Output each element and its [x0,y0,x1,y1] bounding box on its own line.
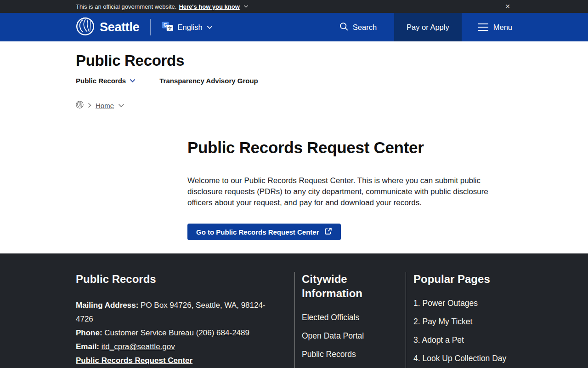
citywide-link-public-records[interactable]: Public Records [302,350,399,359]
cta-label: Go to Public Records Request Center [196,228,319,236]
chevron-down-icon [243,5,249,8]
chevron-right-icon [88,103,91,108]
popular-link-look-up-collection-day[interactable]: 4. Look Up Collection Day [413,354,512,363]
pay-or-apply-button[interactable]: Pay or Apply [394,13,462,41]
site-footer: Public Records Mailing Address: PO Box 9… [0,253,588,368]
footer-popular-pages-column: Popular Pages 1. Power Outages 2. Pay My… [406,272,512,368]
section-nav: Public Records Transparency Advisory Gro… [76,77,512,89]
chevron-down-icon [118,104,124,108]
external-link-icon [324,227,332,236]
gov-banner: This is an official government website. … [0,0,588,13]
footer-contact-block: Mailing Address: PO Box 94726, Seattle, … [76,299,276,368]
translate-icon: G 文 [162,22,173,33]
breadcrumb-home-link[interactable]: Home [96,102,114,109]
seattle-logo [76,17,95,38]
gov-banner-text: This is an official government website. … [76,3,249,10]
search-icon [339,22,349,33]
mailing-address-line: Mailing Address: PO Box 94726, Seattle, … [76,299,276,326]
brand-wordmark: Seattle [100,20,139,34]
phone-link[interactable]: (206) 684-2489 [196,328,249,337]
main-content: Public Records Request Center Welcome to… [0,138,588,253]
hamburger-icon [478,23,488,31]
banner-close-button[interactable]: ✕ [503,3,512,10]
main-heading: Public Records Request Center [187,138,512,158]
search-button[interactable]: Search [339,22,377,33]
page-title: Public Records [76,52,512,70]
site-header: Seattle G 文 English Search Pay or [0,13,588,41]
page-head: Public Records Public Records Transparen… [0,52,588,89]
email-link[interactable]: itd_cpra@seattle.gov [102,342,175,351]
footer-column-heading: Popular Pages [413,272,512,286]
search-label: Search [353,23,377,32]
language-selector[interactable]: G 文 English [162,22,212,33]
svg-text:文: 文 [168,25,172,30]
citywide-link-open-data-portal[interactable]: Open Data Portal [302,331,399,341]
nav-item-transparency-advisory-group[interactable]: Transparency Advisory Group [159,77,258,85]
footer-public-records-column: Public Records Mailing Address: PO Box 9… [76,272,294,368]
citywide-link-elected-officials[interactable]: Elected Officials [302,313,399,322]
chevron-down-icon [130,79,136,83]
nav-item-label: Public Records [76,77,126,85]
menu-button[interactable]: Menu [478,23,512,32]
email-line: Email: itd_cpra@seattle.gov [76,340,276,354]
popular-link-pay-my-ticket[interactable]: 2. Pay My Ticket [413,317,512,327]
breadcrumb-logo [76,101,84,110]
go-to-request-center-button[interactable]: Go to Public Records Request Center [187,224,341,240]
gov-banner-statement: This is an official government website. [76,3,176,10]
heres-how-you-know-link[interactable]: Here's how you know [179,3,239,10]
phone-line: Phone: Customer Service Bureau (206) 684… [76,326,276,340]
header-divider [150,19,151,35]
popular-link-power-outages[interactable]: 1. Power Outages [413,299,512,308]
request-center-link[interactable]: Public Records Request Center [76,354,192,368]
breadcrumb: Home [76,101,512,110]
menu-label: Menu [493,23,512,32]
close-icon: ✕ [505,3,510,10]
intro-paragraph: Welcome to our Public Records Request Ce… [187,175,512,208]
footer-column-heading: Public Records [76,272,276,286]
footer-citywide-column: Citywide Information Elected Officials O… [294,272,406,368]
language-label: English [177,23,202,32]
popular-link-adopt-a-pet[interactable]: 3. Adopt a Pet [413,335,512,345]
nav-item-public-records[interactable]: Public Records [76,77,136,85]
chevron-down-icon [207,25,213,29]
pay-or-apply-label: Pay or Apply [407,23,449,32]
seattle-home-link[interactable]: Seattle [76,17,139,38]
footer-column-heading: Citywide Information [302,272,399,300]
nav-item-label: Transparency Advisory Group [159,77,258,85]
